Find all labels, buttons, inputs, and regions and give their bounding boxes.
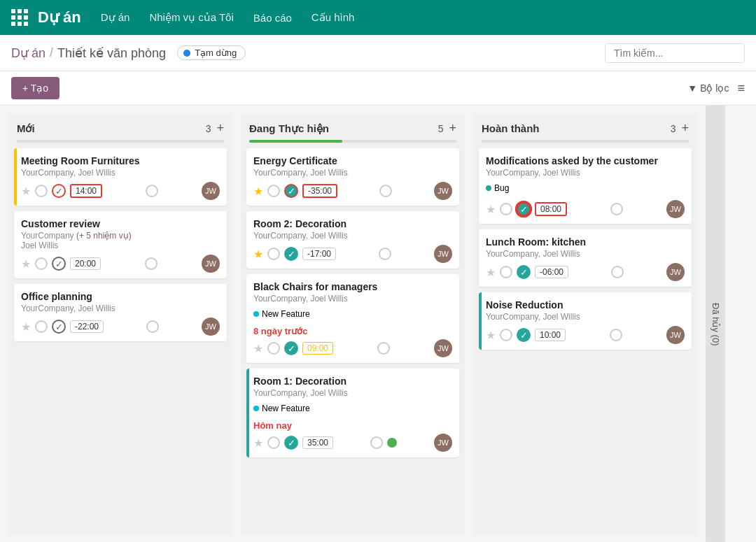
right-circle-c6[interactable]: [377, 342, 390, 355]
card-tag-c8: Bug: [486, 183, 509, 193]
avatar-c9: JW: [666, 263, 685, 281]
time-badge-c6: 09:00: [302, 342, 333, 355]
right-circle-c10[interactable]: [610, 329, 622, 341]
create-button[interactable]: + Tạo: [11, 77, 59, 99]
right-circle-c1[interactable]: [146, 185, 158, 197]
col-count-dang-thuc-hien: 5: [438, 123, 444, 134]
right-circle-c8[interactable]: [610, 203, 623, 215]
card-c7[interactable]: Room 1: DecorationYourCompany, Joel Will…: [246, 369, 459, 457]
time-badge-c2: 20:00: [70, 257, 101, 270]
kanban-board: Mới 3 + Meeting Room FurnituresYourCompa…: [0, 106, 706, 542]
col-title-moi: Mới: [17, 122, 206, 135]
circle-icon-c1[interactable]: [35, 185, 48, 197]
right-sidebar[interactable]: Đã hủy (0): [706, 106, 725, 542]
status-dot: [183, 50, 190, 57]
card-subtitle-c7: YourCompany, Joel Willis: [253, 388, 452, 398]
star-icon-c9[interactable]: ★: [486, 266, 496, 279]
star-icon-c6[interactable]: ★: [253, 342, 263, 355]
card-c3[interactable]: Office planningYourCompany, Joel Willis★…: [14, 284, 227, 341]
card-c1[interactable]: Meeting Room FurnituresYourCompany, Joel…: [14, 148, 227, 206]
card-footer-c5: ★✓-17:00JW: [253, 245, 452, 263]
check-icon-c3[interactable]: ✓: [52, 320, 66, 334]
check-icon-c8[interactable]: ✓: [517, 202, 531, 216]
circle-icon-c9[interactable]: [500, 266, 512, 278]
right-circle-c7[interactable]: [370, 436, 383, 449]
card-footer-c3: ★✓-22:00JW: [21, 318, 220, 336]
time-badge-c5: -17:00: [302, 248, 336, 260]
circle-icon-c2[interactable]: [35, 257, 48, 270]
check-icon-c4[interactable]: ✓: [284, 184, 298, 198]
col-add-hoan-thanh[interactable]: +: [681, 121, 689, 136]
groupby-button[interactable]: ≡: [737, 81, 745, 96]
status-badge[interactable]: Tạm dừng: [177, 45, 246, 60]
check-icon-c5[interactable]: ✓: [284, 247, 298, 261]
col-add-moi[interactable]: +: [216, 121, 224, 136]
right-circle-c5[interactable]: [379, 248, 391, 260]
filter-button[interactable]: ▼ Bộ lọc: [687, 83, 729, 94]
card-overdue-c6: 8 ngày trước: [253, 326, 452, 336]
card-title-c2: Customer review: [21, 218, 220, 229]
card-c4[interactable]: Energy CertificateYourCompany, Joel Will…: [246, 148, 459, 206]
card-title-c7: Room 1: Decoration: [253, 376, 452, 387]
right-circle-c9[interactable]: [611, 266, 624, 278]
grid-icon[interactable]: [11, 9, 28, 26]
check-icon-c7[interactable]: ✓: [284, 436, 298, 450]
card-subtitle-c3: YourCompany, Joel Willis: [21, 304, 220, 313]
nav-bao-cao[interactable]: Báo cáo: [253, 12, 292, 24]
check-icon-c1[interactable]: ✓: [52, 184, 66, 198]
circle-icon-c3[interactable]: [35, 320, 48, 333]
col-add-dang-thuc-hien[interactable]: +: [449, 121, 456, 136]
status-label: Tạm dừng: [195, 48, 237, 58]
circle-icon-c4[interactable]: [267, 185, 280, 197]
check-icon-c6[interactable]: ✓: [284, 341, 298, 355]
check-icon-c10[interactable]: ✓: [517, 328, 531, 342]
circle-icon-c6[interactable]: [267, 342, 280, 355]
star-icon-c1[interactable]: ★: [21, 185, 31, 198]
star-icon-c4[interactable]: ★: [253, 185, 263, 198]
avatar-c8: JW: [666, 200, 685, 218]
cards-hoan-thanh: Modifications asked by the customerYourC…: [473, 148, 697, 355]
nav-cau-hinh[interactable]: Cấu hình: [312, 11, 355, 24]
star-icon-c5[interactable]: ★: [253, 248, 263, 261]
avatar-c10: JW: [666, 326, 685, 344]
nav-nhiem-vu[interactable]: Nhiệm vụ của Tôi: [149, 11, 233, 24]
card-title-c1: Meeting Room Furnitures: [21, 155, 220, 166]
star-icon-c2[interactable]: ★: [21, 257, 31, 271]
card-footer-c2: ★✓20:00JW: [21, 255, 220, 273]
circle-icon-c5[interactable]: [267, 248, 280, 260]
breadcrumb: Dự án / Thiết kế văn phòng: [11, 45, 166, 61]
col-count-moi: 3: [206, 123, 211, 134]
circle-icon-c10[interactable]: [500, 329, 512, 341]
star-icon-c7[interactable]: ★: [253, 436, 263, 450]
breadcrumb-home[interactable]: Dự án: [11, 45, 46, 61]
circle-icon-c8[interactable]: [500, 203, 512, 215]
filter-icon: ▼: [687, 83, 697, 94]
star-icon-c10[interactable]: ★: [486, 329, 496, 342]
cards-dang-thuc-hien: Energy CertificateYourCompany, Joel Will…: [241, 148, 465, 463]
avatar-c6: JW: [434, 339, 452, 357]
card-c5[interactable]: Room 2: DecorationYourCompany, Joel Will…: [246, 211, 459, 269]
circle-icon-c7[interactable]: [267, 436, 280, 449]
card-c2[interactable]: Customer reviewYourCompany (+ 5 nhiệm vụ…: [14, 211, 227, 278]
card-c10[interactable]: Noise ReductionYourCompany, Joel Willis★…: [479, 292, 692, 350]
card-c8[interactable]: Modifications asked by the customerYourC…: [479, 148, 692, 224]
avatar-c1: JW: [202, 182, 220, 200]
avatar-c5: JW: [434, 245, 452, 263]
card-footer-c4: ★✓-35:00JW: [253, 182, 452, 200]
search-input[interactable]: [605, 43, 745, 63]
nav-du-an[interactable]: Dự án: [101, 11, 130, 24]
avatar-c4: JW: [434, 182, 452, 200]
star-icon-c3[interactable]: ★: [21, 320, 31, 334]
card-footer-c8: ★✓08:00JW: [486, 200, 685, 218]
card-c6[interactable]: Black Chairs for managersYourCompany, Jo…: [246, 274, 459, 363]
card-footer-c10: ★✓10:00JW: [486, 326, 685, 344]
check-icon-c9[interactable]: ✓: [517, 265, 531, 279]
right-circle-c4[interactable]: [379, 185, 392, 197]
star-icon-c8[interactable]: ★: [486, 203, 496, 216]
right-circle-c3[interactable]: [146, 320, 159, 333]
card-subtitle-c8: YourCompany, Joel Willis: [486, 168, 685, 178]
time-badge-c8: 08:00: [535, 202, 567, 216]
right-circle-c2[interactable]: [145, 257, 158, 270]
check-icon-c2[interactable]: ✓: [52, 257, 66, 271]
card-c9[interactable]: Lunch Room: kitchenYourCompany, Joel Wil…: [479, 229, 692, 287]
